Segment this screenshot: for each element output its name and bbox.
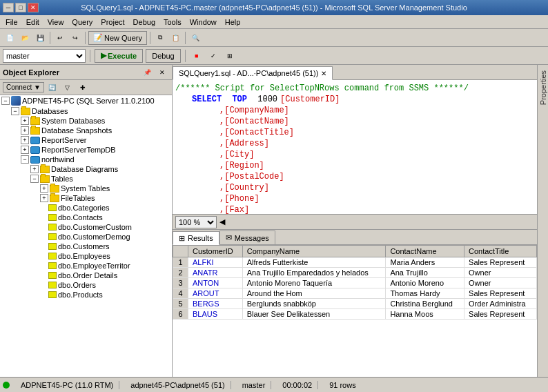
col-header-companyname[interactable]: CompanyName	[242, 246, 386, 257]
cell-title[interactable]: Order Administra	[464, 299, 537, 309]
database-select[interactable]: master	[3, 49, 86, 63]
expand-tables[interactable]: −	[30, 175, 39, 183]
table-contacts[interactable]: dbo.Contacts	[0, 213, 172, 222]
menu-edit[interactable]: Edit	[22, 17, 43, 27]
debug-button[interactable]: Debug	[146, 49, 180, 63]
execute-button[interactable]: ▶ Execute	[95, 49, 143, 63]
expand-file-tables[interactable]: +	[40, 194, 48, 202]
paste-btn[interactable]: 📋	[168, 31, 182, 45]
oe-refresh-btn[interactable]: 🔄	[46, 81, 59, 95]
expand-server[interactable]: −	[1, 97, 10, 105]
expand-northwind[interactable]: −	[21, 155, 29, 164]
table-categories[interactable]: dbo.Categories	[0, 203, 172, 213]
cell-company[interactable]: Alfreds Futterkiste	[242, 257, 386, 268]
results-grid[interactable]: CustomerID CompanyName ContactName Conta…	[173, 245, 537, 377]
cell-title[interactable]: Owner	[464, 278, 537, 288]
table-customerdemog[interactable]: dbo.CustomerDemog	[0, 232, 172, 242]
redo-btn[interactable]: ↪	[68, 31, 82, 45]
oe-filter-btn[interactable]: ▽	[61, 81, 75, 95]
close-icon[interactable]: ✕	[28, 3, 39, 12]
expand-report-temp[interactable]: +	[21, 146, 29, 154]
new-file-btn[interactable]: 📄	[3, 31, 17, 45]
tree-tables[interactable]: − Tables	[0, 174, 172, 184]
cell-contact[interactable]: Hanna Moos	[386, 309, 464, 320]
cell-contact[interactable]: Thomas Hardy	[386, 288, 464, 299]
oe-connect-button[interactable]: Connect ▼	[3, 82, 44, 92]
parse-btn[interactable]: ✓	[206, 49, 220, 63]
menu-file[interactable]: File	[1, 17, 22, 27]
tree-northwind[interactable]: − northwind	[0, 155, 172, 164]
open-btn[interactable]: 📂	[18, 31, 32, 45]
oe-close-btn[interactable]: ✕	[155, 68, 169, 77]
cell-id[interactable]: ALFKI	[188, 257, 242, 268]
cell-company[interactable]: Ana Trujillo Emparedados y helados	[242, 268, 386, 278]
tree-report-temp[interactable]: + ReportServerTempDB	[0, 145, 172, 155]
cell-company[interactable]: Antonio Moreno Taquería	[242, 278, 386, 288]
cell-company[interactable]: Blauer See Delikatessen	[242, 309, 386, 320]
cell-id[interactable]: BLAUS	[188, 309, 242, 320]
table-row[interactable]: 1ALFKIAlfreds FutterkisteMaria AndersSal…	[173, 257, 537, 268]
col-header-customerid[interactable]: CustomerID	[188, 246, 242, 257]
cell-company[interactable]: Around the Hom	[242, 288, 386, 299]
expand-snapshots[interactable]: +	[21, 126, 29, 135]
table-employees[interactable]: dbo.Employees	[0, 251, 172, 261]
cell-id[interactable]: BERGS	[188, 299, 242, 309]
cell-contact[interactable]: Antonio Moreno	[386, 278, 464, 288]
tree-report-server[interactable]: + ReportServer	[0, 135, 172, 145]
cell-title[interactable]: Sales Represent	[464, 257, 537, 268]
table-customercustom[interactable]: dbo.CustomerCustom	[0, 222, 172, 232]
table-employeeterr[interactable]: dbo.EmployeeTerritor	[0, 261, 172, 271]
minimize-icon[interactable]: ─	[3, 3, 14, 12]
table-row[interactable]: 4AROUTAround the HomThomas HardySales Re…	[173, 288, 537, 299]
table-customers[interactable]: dbo.Customers	[0, 242, 172, 251]
results-btn[interactable]: ⊞	[223, 49, 237, 63]
tree-db-diagrams[interactable]: + Database Diagrams	[0, 164, 172, 174]
expand-system-dbs[interactable]: +	[21, 117, 29, 125]
menu-window[interactable]: Window	[186, 17, 221, 27]
cell-id[interactable]: ANATR	[188, 268, 242, 278]
menu-view[interactable]: View	[43, 17, 68, 27]
query-tab[interactable]: SQLQuery1.sql - AD...·PC\adpnet45 (51)) …	[173, 66, 333, 80]
undo-btn[interactable]: ↩	[53, 31, 67, 45]
tree-server[interactable]: − ADPNET45-PC (SQL Server 11.0.2100	[0, 95, 172, 106]
table-row[interactable]: 6BLAUSBlauer See DelikatessenHanna MoosS…	[173, 309, 537, 320]
cell-contact[interactable]: Christina Berglund	[386, 299, 464, 309]
menu-help[interactable]: Help	[221, 17, 245, 27]
expand-report-server[interactable]: +	[21, 136, 29, 144]
menu-query[interactable]: Query	[68, 17, 97, 27]
messages-tab[interactable]: ✉ Messages	[219, 231, 275, 244]
tree-db-snapshots[interactable]: + Database Snapshots	[0, 126, 172, 135]
query-tab-close[interactable]: ✕	[321, 70, 326, 77]
tree-system-dbs[interactable]: + System Databases	[0, 116, 172, 126]
cell-id[interactable]: ANTON	[188, 278, 242, 288]
menu-tools[interactable]: Tools	[159, 17, 186, 27]
cell-contact[interactable]: Maria Anders	[386, 257, 464, 268]
table-order-details[interactable]: dbo.Order Details	[0, 271, 172, 280]
save-btn[interactable]: 💾	[33, 31, 47, 45]
cell-company[interactable]: Berglunds snabbköp	[242, 299, 386, 309]
new-query-button[interactable]: 📝 New Query	[88, 31, 147, 45]
tree-file-tables[interactable]: + FileTables	[0, 193, 172, 203]
results-tab[interactable]: ⊞ Results	[173, 231, 219, 245]
expand-system-tables[interactable]: +	[40, 184, 48, 193]
table-orders[interactable]: dbo.Orders	[0, 280, 172, 290]
tree-databases[interactable]: − Databases	[0, 106, 172, 116]
oe-pin-btn[interactable]: 📌	[140, 68, 154, 77]
menu-project[interactable]: Project	[97, 17, 128, 27]
cell-contact[interactable]: Ana Trujillo	[386, 268, 464, 278]
oe-new-btn[interactable]: ✚	[76, 81, 90, 95]
table-row[interactable]: 2ANATRAna Trujillo Emparedados y helados…	[173, 268, 537, 278]
zoom-select[interactable]: 100 %	[175, 216, 217, 228]
cell-title[interactable]: Owner	[464, 268, 537, 278]
col-header-contactname[interactable]: ContactName	[386, 246, 464, 257]
maximize-icon[interactable]: □	[15, 3, 26, 12]
table-products[interactable]: dbo.Products	[0, 290, 172, 300]
sql-editor[interactable]: /****** Script for SelectTopNRows comman…	[173, 80, 537, 215]
copy-btn[interactable]: ⧉	[153, 31, 167, 45]
find-btn[interactable]: 🔍	[188, 31, 202, 45]
table-row[interactable]: 3ANTONAntonio Moreno TaqueríaAntonio Mor…	[173, 278, 537, 288]
expand-diagrams[interactable]: +	[30, 165, 39, 173]
tree-system-tables[interactable]: + System Tables	[0, 184, 172, 193]
menu-debug[interactable]: Debug	[129, 17, 159, 27]
col-header-contacttitle[interactable]: ContactTitle	[464, 246, 537, 257]
